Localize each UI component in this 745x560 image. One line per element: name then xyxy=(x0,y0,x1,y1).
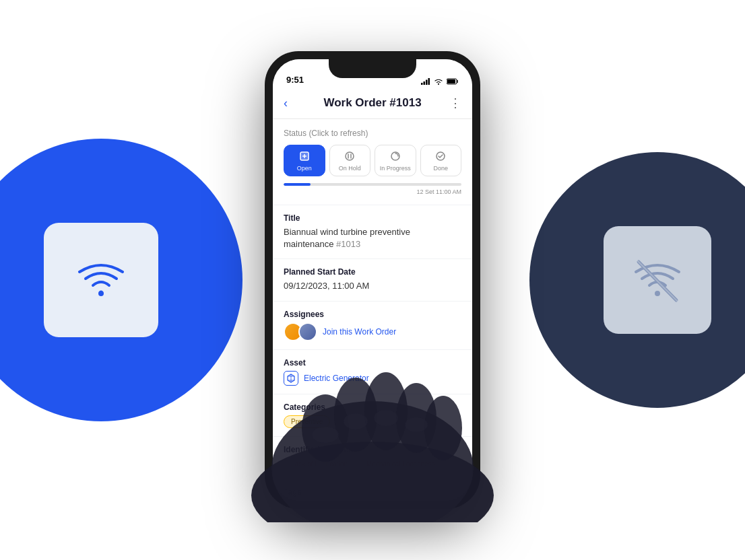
avatar-stack xyxy=(284,322,317,341)
tab-progress-label: In Progress xyxy=(380,165,411,172)
status-section: Status (Click to refresh) xyxy=(273,119,472,205)
planned-start-value: 09/12/2023, 11:00 AM xyxy=(284,280,461,292)
header-title: Work Order #1013 xyxy=(300,96,445,110)
tab-done[interactable]: Done xyxy=(420,145,462,176)
categories-label: Categories xyxy=(284,403,461,412)
signal-icon xyxy=(421,78,430,85)
svg-rect-5 xyxy=(424,81,426,85)
svg-rect-10 xyxy=(447,79,455,83)
svg-rect-6 xyxy=(426,80,428,85)
title-value: Biannual wind turbine preventive mainten… xyxy=(284,226,461,250)
app-header: ‹ Work Order #1013 ⋮ xyxy=(273,89,472,119)
assignees-row: Join this Work Order xyxy=(284,322,461,341)
badge-lack-lubrication: Lack of Lubrication xyxy=(284,458,355,470)
svg-rect-7 xyxy=(428,78,430,85)
tab-open-label: Open xyxy=(297,165,312,172)
status-section-label[interactable]: Status (Click to refresh) xyxy=(284,129,461,138)
phone-body: 9:51 xyxy=(265,51,480,509)
tab-in-progress[interactable]: In Progress xyxy=(375,145,416,176)
planned-start-label: Planned Start Date xyxy=(284,267,461,277)
asset-link[interactable]: Electric Generator xyxy=(304,374,369,383)
categories-section: Categories Preventive xyxy=(273,394,472,436)
more-button[interactable]: ⋮ xyxy=(445,96,461,110)
badge-mechanical-looseness: Mechanical Looseness xyxy=(359,458,443,470)
tab-progress-icon xyxy=(390,151,401,163)
asset-section-label: Asset xyxy=(284,358,461,368)
planned-start-section: Planned Start Date 09/12/2023, 11:00 AM xyxy=(273,259,472,300)
left-bg-circle xyxy=(0,139,242,421)
assignees-section: Assignees Join this Work Order xyxy=(273,302,472,349)
join-work-order-link[interactable]: Join this Work Order xyxy=(323,327,396,337)
status-icons xyxy=(421,78,459,85)
status-bar-time: 9:51 xyxy=(286,75,304,85)
avatar-2 xyxy=(298,322,317,341)
tags-label: Tags xyxy=(284,487,461,497)
right-bg-circle xyxy=(529,152,745,408)
categories-badges: Preventive xyxy=(284,415,461,428)
tab-hold-label: On Hold xyxy=(339,165,361,172)
back-button[interactable]: ‹ xyxy=(284,96,300,110)
content-area: Status (Click to refresh) xyxy=(273,119,472,501)
svg-point-8 xyxy=(438,83,439,85)
tab-hold-icon xyxy=(344,151,355,163)
tab-done-icon xyxy=(435,151,446,163)
assignees-label: Assignees xyxy=(284,310,461,319)
asset-row: Electric Generator xyxy=(284,371,461,386)
battery-icon xyxy=(447,78,459,85)
svg-point-1 xyxy=(655,291,660,296)
phone-screen: 9:51 xyxy=(273,59,472,501)
status-refresh-hint: (Click to refresh) xyxy=(309,129,368,138)
failures-label: Identified Failures xyxy=(284,445,461,454)
svg-rect-4 xyxy=(421,83,423,85)
phone-device: 9:51 xyxy=(265,51,480,509)
wifi-card-left xyxy=(44,223,158,337)
title-section-label: Title xyxy=(284,213,461,223)
tab-done-label: Done xyxy=(433,165,448,172)
wifi-status-icon xyxy=(434,78,443,85)
phone-notch xyxy=(329,59,416,78)
badge-preventive: Preventive xyxy=(284,415,330,428)
progress-bar xyxy=(284,183,461,186)
work-order-num: #1013 xyxy=(336,239,360,249)
tab-open[interactable]: Open xyxy=(284,145,325,176)
status-tabs: Open On Hold xyxy=(284,145,461,176)
failures-badges: Lack of Lubrication Mechanical Looseness xyxy=(284,458,461,470)
svg-point-14 xyxy=(346,152,354,160)
tab-open-icon xyxy=(299,151,310,163)
identified-failures-section: Identified Failures Lack of Lubrication … xyxy=(273,437,472,479)
asset-section: Asset Electric Generator xyxy=(273,350,472,394)
title-section: Title Biannual wind turbine preventive m… xyxy=(273,205,472,258)
asset-icon xyxy=(284,371,298,386)
svg-point-0 xyxy=(98,291,104,296)
progress-bar-fill xyxy=(284,183,311,186)
wifi-icon xyxy=(74,260,128,300)
progress-date: 12 Set 11:00 AM xyxy=(284,188,461,195)
wifi-off-icon xyxy=(630,256,684,304)
tags-section: Tags xyxy=(273,479,472,501)
tab-on-hold[interactable]: On Hold xyxy=(329,145,371,176)
wifi-card-right xyxy=(604,226,711,334)
